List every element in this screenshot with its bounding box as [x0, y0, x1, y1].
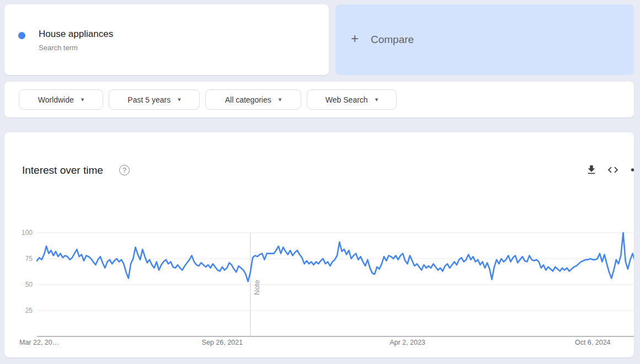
y-axis-label: 75	[25, 255, 33, 263]
filter-category-dropdown[interactable]: All categories ▾	[205, 89, 301, 110]
caret-down-icon: ▾	[178, 97, 181, 103]
help-icon[interactable]: ?	[119, 165, 130, 175]
filter-time-label: Past 5 years	[127, 95, 170, 104]
search-term-label: House appliances	[39, 29, 113, 40]
caret-down-icon: ▾	[81, 97, 84, 103]
y-axis-label: 25	[25, 307, 33, 314]
interest-over-time-card: 255075100NoteMar 22, 20…Sep 26, 2021Apr …	[4, 132, 634, 357]
search-term-card: House appliances Search term	[4, 4, 329, 75]
compare-card[interactable]: + Compare	[335, 4, 634, 75]
note-marker-label: Note	[253, 280, 261, 295]
trends-explore-page: { "page": {"background": "#e9ebf4", "acc…	[0, 0, 640, 364]
x-axis-label: Mar 22, 20…	[19, 339, 59, 346]
download-icon	[585, 164, 598, 176]
embed-icon	[607, 164, 619, 176]
compare-label: Compare	[371, 34, 414, 46]
x-axis-label: Oct 6, 2024	[575, 339, 611, 346]
filter-geo-label: Worldwide	[38, 95, 74, 104]
y-axis-label: 100	[22, 229, 33, 237]
filter-time-dropdown[interactable]: Past 5 years ▾	[109, 89, 200, 110]
filter-search-type-dropdown[interactable]: Web Search ▾	[307, 89, 397, 110]
filter-bar: Worldwide ▾ Past 5 years ▾ All categorie…	[4, 82, 634, 117]
trend-line	[37, 233, 634, 281]
x-axis-label: Apr 2, 2023	[390, 339, 425, 346]
download-button[interactable]	[585, 164, 598, 176]
filter-geo-dropdown[interactable]: Worldwide ▾	[19, 89, 103, 110]
caret-down-icon: ▾	[279, 97, 282, 103]
x-axis-label: Sep 26, 2021	[202, 339, 243, 346]
filter-search-type-label: Web Search	[326, 95, 368, 104]
filter-category-label: All categories	[225, 95, 271, 104]
chart-title: Interest over time	[22, 164, 103, 176]
caret-down-icon: ▾	[375, 97, 378, 103]
series-color-dot	[18, 32, 25, 39]
y-axis-label: 50	[25, 281, 33, 288]
plus-icon: +	[351, 32, 359, 45]
share-icon	[630, 164, 634, 176]
share-button[interactable]	[630, 164, 634, 176]
search-term-type: Search term	[39, 44, 78, 52]
embed-button[interactable]	[607, 164, 619, 176]
